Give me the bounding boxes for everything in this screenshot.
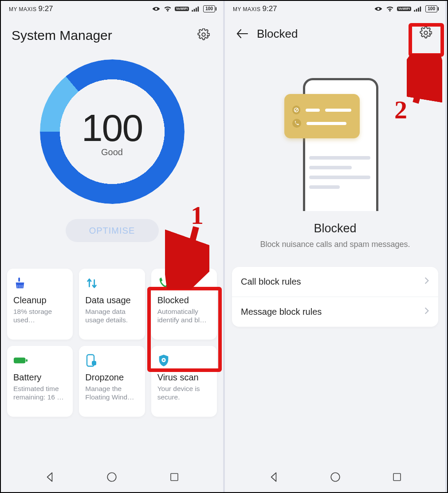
vowifi-badge: VoWiFi xyxy=(397,7,411,11)
nav-back[interactable] xyxy=(39,466,61,488)
carrier-label: MY MAXIS xyxy=(9,6,36,12)
tile-blocked[interactable]: Blocked Automatically identify and bl… xyxy=(151,269,217,340)
tile-title: Data usage xyxy=(85,295,138,305)
settings-button[interactable] xyxy=(417,25,435,43)
signal-icon xyxy=(192,6,200,12)
blocked-hero: Blocked Block nuisance calls and spam me… xyxy=(225,46,445,249)
svg-rect-12 xyxy=(26,359,28,362)
nav-recents[interactable] xyxy=(386,466,408,488)
tile-desc: Automatically identify and bl… xyxy=(157,307,211,325)
svg-rect-14 xyxy=(92,361,96,365)
nav-home[interactable] xyxy=(324,466,346,488)
hero-title: Blocked xyxy=(314,222,356,235)
settings-button[interactable] xyxy=(195,27,212,44)
svg-rect-5 xyxy=(18,278,20,282)
block-rules-list: Call block rules Message block rules xyxy=(232,267,438,327)
score-value: 100 xyxy=(82,106,143,150)
wifi-icon xyxy=(385,5,394,12)
visibility-icon xyxy=(152,6,161,12)
chevron-right-icon xyxy=(424,307,429,317)
right-screen: MY MAXIS 9:27 VoWiFi 100 xyxy=(223,1,445,492)
svg-line-10 xyxy=(166,278,170,281)
page-header: System Manager xyxy=(1,17,223,48)
nav-bar xyxy=(1,466,223,492)
svg-point-17 xyxy=(108,473,117,481)
dropzone-icon xyxy=(85,353,138,368)
optimise-button[interactable]: OPTIMISE xyxy=(66,219,159,242)
back-button[interactable] xyxy=(236,25,249,43)
tile-virus-scan[interactable]: Virus scan Your device is secure. xyxy=(151,346,217,417)
gear-icon xyxy=(420,27,432,41)
nav-home[interactable] xyxy=(101,466,123,488)
vowifi-badge: VoWiFi xyxy=(175,7,189,11)
signal-icon xyxy=(414,6,423,12)
wifi-icon xyxy=(163,5,172,12)
battery-indicator: 100 xyxy=(425,5,437,12)
status-bar: MY MAXIS 9:27 VoWiFi 100 xyxy=(225,1,445,17)
svg-rect-27 xyxy=(393,473,401,481)
svg-rect-6 xyxy=(17,285,18,288)
nav-bar xyxy=(225,466,445,492)
left-screen: MY MAXIS 9:27 VoWiFi 100 System Manager xyxy=(1,1,223,492)
tile-desc: Your device is secure. xyxy=(157,384,211,402)
shield-scan-icon xyxy=(157,353,211,368)
svg-rect-2 xyxy=(196,8,197,12)
svg-rect-3 xyxy=(198,7,199,12)
annotation-number-1: 1 xyxy=(191,200,204,230)
row-message-block-rules[interactable]: Message block rules xyxy=(232,297,438,327)
svg-point-23 xyxy=(424,31,427,34)
health-score: 100 Good xyxy=(1,48,223,204)
tile-cleanup[interactable]: Cleanup 18% storage used… xyxy=(7,269,73,340)
hero-subtitle: Block nuisance calls and spam messages. xyxy=(260,240,410,249)
chevron-right-icon xyxy=(424,277,429,287)
score-label: Good xyxy=(101,147,123,157)
tile-title: Dropzone xyxy=(85,372,138,383)
tile-battery[interactable]: Battery Estimated time remaining: 16 … xyxy=(7,346,73,417)
optimise-label: OPTIMISE xyxy=(89,226,135,236)
svg-point-16 xyxy=(163,359,165,361)
svg-rect-22 xyxy=(420,7,421,12)
tile-data-usage[interactable]: Data usage Manage data usage details. xyxy=(79,269,145,340)
svg-point-26 xyxy=(331,473,340,481)
gear-icon xyxy=(197,28,210,43)
row-call-block-rules[interactable]: Call block rules xyxy=(232,267,438,297)
page-header: Blocked xyxy=(225,17,445,46)
tile-desc: 18% storage used… xyxy=(13,307,67,325)
svg-rect-21 xyxy=(418,8,419,12)
row-label: Call block rules xyxy=(241,277,301,287)
row-label: Message block rules xyxy=(241,307,322,317)
svg-rect-20 xyxy=(416,9,417,12)
tile-title: Battery xyxy=(13,372,67,383)
broom-icon xyxy=(13,276,67,291)
visibility-icon xyxy=(374,6,383,12)
nav-back[interactable] xyxy=(263,466,285,488)
tile-title: Virus scan xyxy=(157,372,211,383)
svg-point-4 xyxy=(202,33,205,36)
svg-rect-8 xyxy=(22,285,23,288)
tile-dropzone[interactable]: Dropzone Manage the Floating Wind… xyxy=(79,346,145,417)
blocked-illustration xyxy=(289,67,382,214)
carrier-label: MY MAXIS xyxy=(233,6,260,12)
svg-rect-7 xyxy=(20,285,20,288)
feature-grid: Cleanup 18% storage used… Data usage Man… xyxy=(1,242,223,417)
phone-block-icon xyxy=(157,276,211,291)
nav-recents[interactable] xyxy=(163,466,185,488)
tile-title: Blocked xyxy=(157,295,211,305)
data-arrows-icon xyxy=(85,276,138,291)
svg-line-25 xyxy=(295,109,298,111)
tile-desc: Manage the Floating Wind… xyxy=(85,384,138,402)
tile-desc: Estimated time remaining: 16 … xyxy=(13,384,67,402)
svg-rect-11 xyxy=(14,357,25,363)
svg-rect-19 xyxy=(414,10,416,12)
status-bar: MY MAXIS 9:27 VoWiFi 100 xyxy=(1,1,223,17)
page-title: System Manager xyxy=(12,28,112,43)
svg-rect-18 xyxy=(171,473,178,481)
battery-indicator: 100 xyxy=(203,5,215,12)
svg-rect-0 xyxy=(192,10,193,12)
page-title: Blocked xyxy=(257,27,298,41)
battery-icon xyxy=(13,353,67,368)
svg-rect-1 xyxy=(194,9,195,12)
clock-label: 9:27 xyxy=(38,4,53,13)
tile-title: Cleanup xyxy=(13,295,67,305)
clock-label: 9:27 xyxy=(262,4,277,13)
